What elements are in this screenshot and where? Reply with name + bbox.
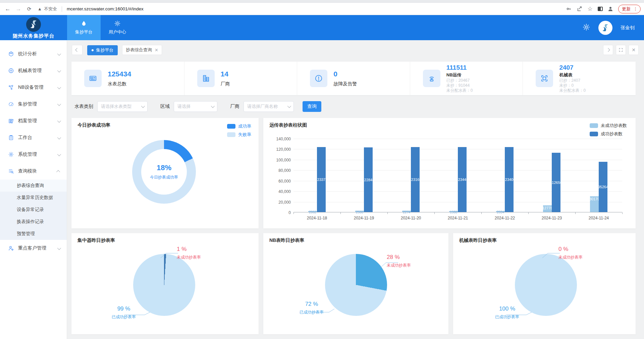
gridline [293,139,622,139]
url-text[interactable]: mcenter.szcswater.com:16001/#/index [67,6,144,11]
filter-select[interactable]: 请选择 [174,101,217,112]
sidebar-submenu-item[interactable]: 设备异常记录 [0,204,67,216]
side-panel-icon[interactable] [598,7,603,11]
x-axis-label: 2024-11-23 [528,216,575,220]
chevron-down-icon [211,104,215,108]
sidebar-item[interactable]: 重点客户管理 [0,240,67,257]
bar-value-label: 112656 [543,181,570,185]
chevron-down-icon [57,118,60,124]
bar-unsuccessful[interactable]: 1988 [449,211,458,212]
stat-card: 0 故障及告警 [297,62,410,95]
stat-label: 水表总数 [108,81,131,87]
header-tab-user-center[interactable]: 用户中心 [101,15,134,40]
tabs-scroll-left-button[interactable] [72,45,83,55]
header-tab-platform[interactable]: 集抄平台 [67,15,101,40]
browser-reload-icon[interactable]: ⟳ [24,3,34,15]
workspace-tab-active[interactable]: 集抄平台 [87,45,118,55]
bar-successful[interactable]: 123372 [317,147,326,212]
pie-chart-card-concentrator: 集中器昨日抄表率 1 % 未成功抄表率99 % 已成功抄表率 [71,233,259,334]
legend-label: 成功抄表数 [601,131,623,137]
bar-value-label: 122846 [355,178,382,182]
settings-gear-icon[interactable] [582,23,590,32]
pie-chart[interactable] [325,254,387,316]
chevron-down-icon [57,68,60,74]
browser-update-button[interactable]: 更新 ⋮ [618,5,641,13]
x-axis-label: 2024-11-20 [387,216,434,220]
stats-panel: 125434 水表总数 14 厂商 0 故障及告警 111511 NB远传已抄：… [71,62,636,95]
sidebar-submenu-item[interactable]: 预警管理 [0,228,67,240]
bar-group: 12778 112656 [528,153,575,212]
pie-pct-label: 未成功抄表率 [558,255,583,260]
pie-label-successful: 99 % 已成功抄表率 [104,306,144,320]
header-nav: 集抄平台用户中心 [67,15,134,40]
nodes-icon [8,84,14,90]
close-tab-icon[interactable]: ✕ [155,48,158,53]
bar-successful[interactable]: 95264 [599,162,607,212]
profile-icon[interactable] [607,6,613,12]
fullscreen-button[interactable] [616,45,626,55]
x-axis-tick [481,212,482,214]
select-placeholder: 请选择 [177,104,191,110]
sidebar-item[interactable]: 工作台 [0,129,67,146]
y-axis-label: 20,000 [264,200,291,205]
bar-successful[interactable]: 123160 [411,147,420,212]
legend-item[interactable]: 成功率 [227,123,251,129]
filter-select[interactable]: 请选择水表类型 [97,101,148,112]
sidebar-submenu-item[interactable]: 换表操作记录 [0,216,67,228]
filter-select[interactable]: 请选择厂商名称 [244,101,294,112]
x-axis-label: 2024-11-21 [434,216,481,220]
sidebar-item[interactable]: 查询模块 [0,163,67,180]
chart-title: 今日抄表成功率 [77,122,110,128]
workspace-tab[interactable]: 抄表综合查询 ✕ [122,45,162,55]
stat-detail: 未分配水表：0 [446,88,473,93]
sidebar-item[interactable]: 系统管理 [0,146,67,163]
bookmark-star-icon[interactable]: ☆ [587,6,593,12]
filter-label: 区域 [160,104,170,110]
stat-detail: 未抄：0 [559,83,586,88]
bar-unsuccessful[interactable]: 2588 [355,211,364,212]
sidebar-submenu-item[interactable]: 抄表综合查询 [0,180,67,192]
bar-value-label: 123446 [449,178,476,182]
username[interactable]: 张金钊 [621,25,635,31]
bar-unsuccessful[interactable]: 12778 [543,205,552,212]
sidebar-item[interactable]: 档案管理 [0,113,67,129]
x-axis-tick [434,212,435,214]
chevron-down-icon [57,245,60,251]
stat-value: 125434 [108,70,131,78]
close-all-button[interactable]: ✕ [629,45,639,55]
tabs-scroll-right-button[interactable] [603,45,613,55]
bar-successful[interactable]: 123446 [458,147,467,212]
bar-unsuccessful[interactable]: 2062 [308,211,317,212]
bar-unsuccessful[interactable]: 2274 [402,211,411,212]
bar-successful[interactable]: 112656 [552,153,560,212]
sidebar-item[interactable]: NB设备管理 [0,79,67,96]
browser-back-icon[interactable]: ← [3,3,13,15]
bar-successful[interactable]: 123400 [505,147,514,212]
key-icon[interactable] [566,6,572,12]
x-axis-tick [528,212,529,214]
chevron-down-icon [57,51,60,57]
share-icon[interactable] [576,6,582,12]
legend-item[interactable]: 未成功抄表数 [590,123,627,129]
bar-unsuccessful[interactable]: 2034 [496,211,505,212]
browser-forward-icon[interactable]: → [13,3,23,15]
y-axis-label: 60,000 [264,179,291,184]
sidebar-item[interactable]: 集抄管理 [0,96,67,113]
legend-item[interactable]: 成功抄表数 [590,131,627,137]
bar-legend: 未成功抄表数 成功抄表数 [590,123,627,139]
avatar[interactable] [598,21,612,35]
bar-unsuccessful[interactable]: 30170 [590,196,599,212]
bar-successful[interactable]: 122846 [364,147,373,212]
sidebar-item[interactable]: 统计分析 [0,46,67,62]
legend-item[interactable]: 失败率 [227,132,251,138]
x-axis-tick [387,212,388,214]
sidebar-item[interactable]: 机械表管理 [0,62,67,79]
address-bar[interactable]: ▲ 不安全 mcenter.szcswater.com:16001/#/inde… [38,3,144,15]
legend-swatch [590,132,598,136]
sidebar-submenu-item[interactable]: 水量异常历史数据 [0,192,67,204]
header-tab-label: 用户中心 [109,29,126,35]
browser-menu-icon[interactable]: ⋮ [633,6,638,11]
search-button[interactable]: 查询 [303,101,321,112]
bar-group: 2062 123372 [293,147,340,212]
pie-pct: 1 % [177,246,201,253]
